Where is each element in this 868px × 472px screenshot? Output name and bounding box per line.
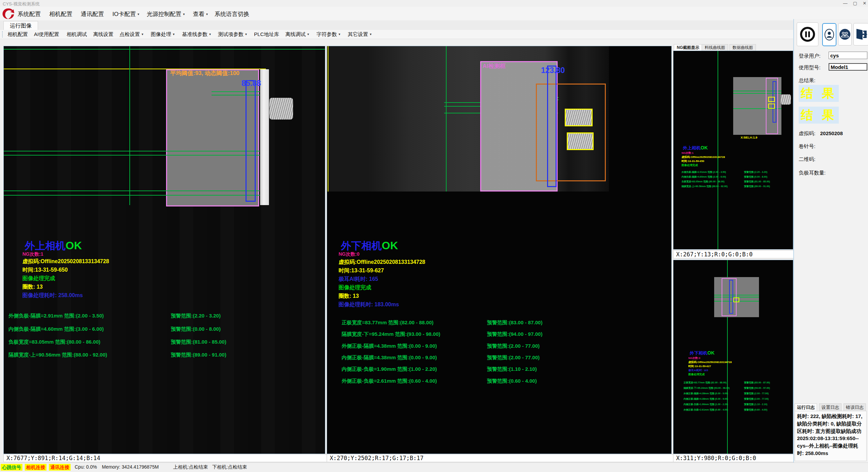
run-log-text[interactable]: 耗时: 222, 缺陷检测耗时: 17, 缺陷分类耗时: 0, 缺陷提取分区耗时… (795, 411, 867, 461)
tool-other-settings[interactable]: 其它设置 (348, 31, 372, 38)
left-green-pair-b2 (4, 155, 260, 156)
tab-ng-screenshot[interactable]: NG截图显示 (674, 44, 702, 51)
title-bar: CYS-视觉检测系统 — ▢ ✕ (0, 0, 868, 7)
menu-light-control-config[interactable]: 光源控制配置 (147, 10, 185, 18)
left-green-hline-top (4, 49, 325, 50)
exit-icon (855, 28, 867, 41)
user-button[interactable] (822, 23, 836, 46)
tab-settings-log[interactable]: 设置日志 (819, 403, 842, 411)
ng-bottom-panel[interactable]: 外下相机OK NG次数:0 虚拟码:Offline202502081331347… (673, 260, 793, 454)
menu-camera-config[interactable]: 相机配置 (49, 10, 72, 18)
center-warn-2: 预警范围:(2.00 - 77.00) (487, 343, 540, 349)
tab-line-curve[interactable]: 料线曲线图 (702, 44, 728, 51)
tab-run-log[interactable]: 运行日志 (795, 403, 817, 411)
center-green-vline (446, 46, 447, 192)
center-camera-view[interactable]: AI检测框 123.80 外下相机OK NG次数:0 虚拟码:Offline20… (327, 46, 672, 454)
heartbeat-badge: 心跳信号 (1, 464, 22, 471)
cpu-status: Cpu: 0.0% (75, 464, 97, 470)
left-warn-2: 预警范围:(81.00 - 85.00) (171, 339, 226, 345)
left-tab-metal (269, 98, 293, 120)
memory-status: Memory: 3424.41796875M (102, 464, 159, 470)
login-user-input[interactable] (829, 52, 867, 59)
tool-offline-settings[interactable]: 离线设置 (93, 31, 113, 38)
left-process-done: 图像处理完成 (22, 275, 55, 282)
close-button[interactable]: ✕ (860, 0, 868, 6)
left-green-pair-c1 (4, 190, 260, 191)
center-yellow-vline (328, 46, 328, 192)
left-meas-2: 负极宽度=83.05mm 范围:(80.00 - 86.00) (8, 339, 101, 345)
ng-top-panel[interactable]: X:581;A:1.9 外上相机OK NG次数:1 虚拟码:Offline202… (673, 51, 793, 250)
total-result-label: 总结果: (799, 77, 815, 84)
left-bright-strip (260, 69, 269, 205)
model-label: 使用型号: (799, 65, 820, 71)
center-process-time: 图像处理耗时: 183.00ms (339, 301, 399, 308)
left-time: 时间:13-31-59-650 (22, 267, 68, 274)
tab-data-curve[interactable]: 数据曲线图 (729, 44, 756, 51)
maximize-button[interactable]: ▢ (851, 0, 860, 6)
center-ai-time: 极耳AI耗时: 165 (339, 276, 378, 283)
tab-count-label: 负极耳数量: (799, 170, 826, 176)
center-meas-4: 内侧正极-负极=1.90mm 范围:(1.00 - 2.20) (342, 366, 437, 373)
center-measure-blue-box (547, 66, 557, 187)
tool-spotcheck-settings[interactable]: 点检设置 (120, 31, 143, 38)
left-meas-1: 内侧负极-隔膜=4.60mm 范围:(3.00 - 6.00) (8, 326, 104, 332)
qr-label: 二维码: (799, 156, 815, 163)
left-warn-3: 预警范围:(89.00 - 91.00) (171, 352, 226, 358)
center-meas-3: 内侧正极-隔膜=4.38mm 范围:(0.00 - 9.00) (342, 355, 437, 361)
left-green-vline (129, 46, 130, 205)
center-loop-count: 圈数: 13 (339, 293, 359, 300)
left-camera-view[interactable]: 平均阈值:93, 动态阈值:100 85.88 外上相机OK NG次数:1 虚拟… (3, 46, 325, 454)
center-meas-5: 外侧正极-负极=2.61mm 范围:(0.60 - 4.00) (342, 378, 437, 384)
center-ng-count: NG次数:0 (339, 251, 359, 257)
left-measure-value: 85.88 (241, 79, 261, 88)
center-warn-0: 预警范围:(83.00 - 87.00) (487, 320, 542, 326)
tool-camera-debug[interactable]: 相机调试 (67, 31, 87, 38)
pause-icon (800, 26, 815, 42)
menu-view[interactable]: 查看 (193, 10, 208, 18)
model-input[interactable] (829, 63, 867, 71)
menu-io-card-config[interactable]: IO卡配置 (112, 10, 139, 18)
app-logo (1, 7, 15, 20)
tool-image-processing[interactable]: 图像处理 (151, 31, 175, 38)
left-camera-title: 外上相机OK (25, 239, 82, 253)
center-warn-1: 预警范围:(94.00 - 97.00) (487, 331, 542, 338)
center-ai-box-label: AI检测框 (483, 62, 506, 70)
tool-plc-address[interactable]: PLC地址库 (254, 31, 279, 38)
left-coord-bar: X:7677;Y:891;R:14;G:14;B:14 (3, 454, 328, 462)
menu-comm-config[interactable]: 通讯配置 (81, 10, 104, 18)
menu-language-switch[interactable]: 系统语言切换 (215, 10, 249, 18)
ng-top-done: 图像处理完成 (682, 164, 698, 167)
center-meas-0: 正极宽度=83.77mm 范围:(82.00 - 88.00) (342, 320, 434, 326)
minimize-button[interactable]: — (841, 0, 850, 6)
left-warn-0: 预警范围:(2.20 - 3.20) (171, 313, 221, 319)
left-green-pair-c2 (4, 195, 260, 196)
tab-run-image[interactable]: 运行图像 (3, 21, 38, 30)
center-coord-bar: X:270;Y:2502;R:17;G:17;B:17 (327, 454, 674, 462)
tool-test-item-params[interactable]: 测试项参数 (218, 31, 247, 38)
users-button[interactable] (838, 23, 852, 46)
tab-error-log[interactable]: 错误日志 (844, 403, 866, 411)
ng-bottom-thumb (714, 277, 759, 317)
ng-bottom-title: 外下相机OK (690, 350, 715, 356)
comm-link-badge: 通讯连接 (49, 464, 71, 471)
camera-link-badge: 相机连接 (25, 464, 47, 471)
lower-camera-status: 下相机:点检结束 (212, 464, 247, 470)
center-measure-value: 123.80 (541, 66, 565, 75)
user-icon (824, 29, 834, 41)
tool-char-params[interactable]: 字符参数 (317, 31, 340, 38)
menu-system-config[interactable]: 系统配置 (18, 10, 41, 18)
pause-button[interactable] (797, 22, 818, 46)
tool-baseline-params[interactable]: 基准线参数 (182, 31, 211, 38)
ng-top-ng-count: NG次数:1 (682, 151, 693, 155)
toolbar-grip[interactable] (2, 31, 4, 37)
left-green-pair-b1 (4, 151, 260, 151)
ng-top-coord-bar: X:267;Y:13;R:0;G:0;B:0 (673, 250, 796, 258)
exit-button[interactable] (853, 23, 868, 46)
center-time: 时间:13-31-59-627 (339, 267, 384, 274)
ng-top-green-vline (718, 51, 718, 249)
tool-offline-debug[interactable]: 离线调试 (285, 31, 309, 38)
left-measure-blue-box (246, 80, 256, 202)
tool-camera-config[interactable]: 相机配置 (7, 31, 28, 38)
tool-ai-use-config[interactable]: AI使用配置 (34, 31, 59, 38)
center-camera-title: 外下相机OK (341, 239, 398, 253)
